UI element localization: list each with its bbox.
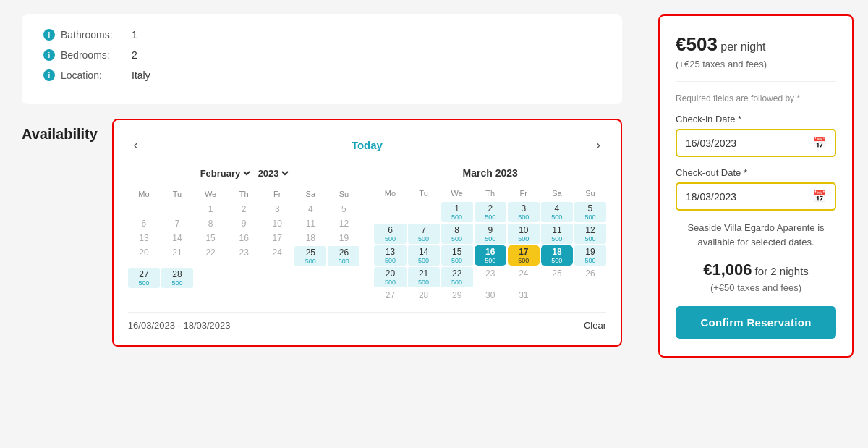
booking-card: €503 per night (+€25 taxes and fees) Req… — [658, 14, 854, 358]
mar-day-cell[interactable]: 15500 — [441, 245, 473, 266]
feb-day-cell[interactable]: 21 — [161, 246, 193, 266]
mar-day-cell[interactable]: 16500 — [475, 245, 506, 266]
feb-day-cell[interactable]: 23 — [228, 246, 260, 266]
mar-day-cell[interactable]: 5500 — [574, 202, 606, 222]
right-section: €503 per night (+€25 taxes and fees) Req… — [644, 0, 868, 448]
february-month-select[interactable]: February — [197, 167, 252, 179]
feb-day-cell[interactable]: 27500 — [128, 268, 160, 288]
mar-day-cell[interactable]: 21500 — [408, 267, 440, 287]
mar-day-cell[interactable]: 2500 — [475, 202, 506, 222]
mar-day-cell[interactable]: 28 — [408, 289, 440, 302]
feb-day-cell[interactable]: 26500 — [328, 246, 359, 266]
today-button[interactable]: Today — [352, 139, 383, 151]
next-month-button[interactable]: › — [590, 135, 606, 156]
feb-day-cell[interactable]: 11 — [294, 217, 326, 230]
feb-day-cell[interactable]: 22 — [195, 246, 226, 266]
date-range-text: 16/03/2023 - 18/03/2023 — [128, 320, 231, 331]
february-year-select[interactable]: 2023 — [255, 167, 291, 179]
feb-day-cell[interactable]: 25500 — [294, 246, 326, 266]
mar-day-cell[interactable]: 9500 — [475, 224, 506, 244]
feb-day-cell — [294, 268, 326, 288]
mar-day-cell[interactable]: 24 — [508, 267, 540, 287]
checkin-input-wrapper[interactable]: 📅 — [676, 129, 836, 157]
location-icon: i — [43, 69, 55, 81]
availability-note: Seaside Villa Egardo Aparente is availab… — [676, 221, 836, 249]
feb-day-cell[interactable]: 28500 — [161, 268, 193, 288]
mar-day-cell[interactable]: 11500 — [541, 224, 573, 244]
feb-day-cell[interactable]: 2 — [228, 203, 260, 216]
feb-day-cell[interactable]: 4 — [294, 203, 326, 216]
mar-day-cell[interactable]: 22500 — [441, 267, 473, 287]
availability-section: Availability ‹ Today › February — [22, 119, 622, 347]
mar-day-cell[interactable]: 25 — [541, 267, 573, 287]
feb-day-cell[interactable]: 16 — [228, 232, 260, 245]
feb-day-cell[interactable]: 1 — [195, 203, 226, 216]
bedrooms-row: i Bedrooms: 2 — [43, 49, 600, 61]
feb-day-cell[interactable]: 3 — [261, 203, 293, 216]
march-month-name: March 2023 — [463, 167, 518, 179]
feb-day-cell[interactable]: 5 — [328, 203, 359, 216]
confirm-reservation-button[interactable]: Confirm Reservation — [676, 306, 836, 339]
price-display: €503 per night — [676, 33, 836, 56]
feb-day-cell[interactable]: 24 — [261, 246, 293, 266]
mar-day-cell[interactable]: 10500 — [508, 224, 540, 244]
checkout-label: Check-out Date * — [676, 167, 836, 178]
feb-day-cell[interactable]: 12 — [328, 217, 359, 230]
mar-day-cell[interactable]: 18500 — [541, 245, 573, 266]
feb-day-cell[interactable]: 6 — [128, 217, 160, 230]
feb-day-cell[interactable]: 17 — [261, 232, 293, 245]
feb-day-cell[interactable]: 15 — [195, 232, 226, 245]
calendar-card: ‹ Today › February 2023 — [112, 119, 622, 347]
mar-day-cell[interactable]: 23 — [475, 267, 506, 287]
feb-day-cell[interactable]: 7 — [161, 217, 193, 230]
mar-day-header: Fr — [508, 186, 540, 200]
mar-day-cell[interactable]: 1500 — [441, 202, 473, 222]
feb-day-cell — [161, 203, 193, 216]
feb-day-cell[interactable]: 13 — [128, 232, 160, 245]
feb-day-cell — [328, 268, 359, 288]
mar-day-header: Tu — [408, 186, 440, 200]
feb-day-cell[interactable]: 19 — [328, 232, 359, 245]
mar-day-cell[interactable]: 30 — [475, 289, 506, 302]
mar-day-cell[interactable]: 14500 — [408, 245, 440, 266]
feb-day-cell — [228, 268, 260, 288]
divider-1 — [676, 81, 836, 82]
price-taxes: (+€25 taxes and fees) — [676, 59, 836, 69]
february-calendar: February 2023 MoTuWeThFrSaSu123456789101… — [128, 167, 360, 302]
prev-month-button[interactable]: ‹ — [128, 135, 144, 156]
checkin-input[interactable] — [686, 138, 812, 149]
mar-day-cell[interactable]: 8500 — [441, 224, 473, 244]
mar-day-cell[interactable]: 4500 — [541, 202, 573, 222]
mar-day-header: Mo — [374, 186, 406, 200]
feb-day-cell[interactable]: 20 — [128, 246, 160, 266]
bathrooms-value: 1 — [132, 29, 137, 41]
checkout-input[interactable] — [686, 191, 812, 203]
mar-day-cell[interactable]: 6500 — [374, 224, 406, 244]
mar-day-header: We — [441, 186, 473, 200]
mar-day-cell — [408, 202, 440, 222]
mar-day-cell[interactable]: 7500 — [408, 224, 440, 244]
mar-day-cell[interactable]: 12500 — [574, 224, 606, 244]
feb-day-cell[interactable]: 18 — [294, 232, 326, 245]
feb-day-cell[interactable]: 10 — [261, 217, 293, 230]
mar-day-cell[interactable]: 20500 — [374, 267, 406, 287]
mar-day-cell[interactable]: 26 — [574, 267, 606, 287]
feb-day-cell[interactable]: 8 — [195, 217, 226, 230]
mar-day-cell[interactable]: 17500 — [508, 245, 540, 266]
checkout-input-wrapper[interactable]: 📅 — [676, 182, 836, 211]
mar-day-cell[interactable]: 13500 — [374, 245, 406, 266]
mar-day-header: Sa — [541, 186, 573, 200]
clear-button[interactable]: Clear — [584, 320, 606, 331]
march-calendar: March 2023 MoTuWeThFrSaSu150025003500450… — [374, 167, 606, 302]
location-row: i Location: Italy — [43, 69, 600, 81]
feb-day-cell[interactable]: 9 — [228, 217, 260, 230]
checkin-calendar-icon: 📅 — [812, 136, 827, 150]
mar-day-cell[interactable]: 19500 — [574, 245, 606, 266]
mar-day-cell[interactable]: 31 — [508, 289, 540, 302]
feb-day-header: Sa — [294, 187, 326, 201]
mar-day-cell[interactable]: 3500 — [508, 202, 540, 222]
feb-day-cell[interactable]: 14 — [161, 232, 193, 245]
location-label: Location: — [61, 69, 126, 81]
mar-day-cell[interactable]: 27 — [374, 289, 406, 302]
mar-day-cell[interactable]: 29 — [441, 289, 473, 302]
